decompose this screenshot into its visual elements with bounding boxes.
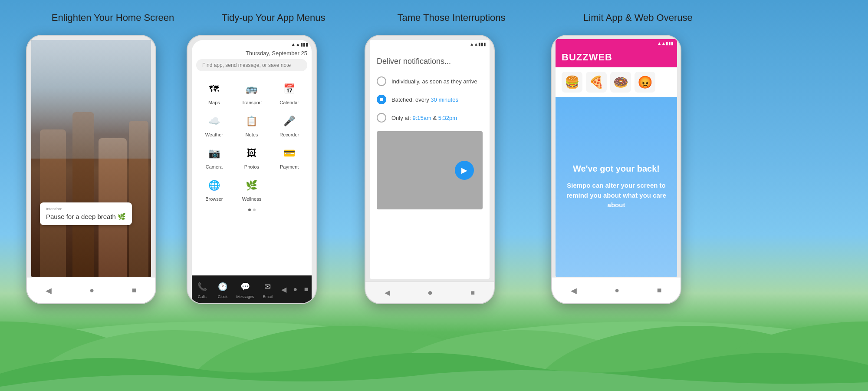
home-button-2[interactable]: ● [293, 285, 298, 293]
play-button[interactable]: ▶ [455, 161, 474, 180]
calls-label: Calls [198, 295, 207, 299]
app-item-recorder[interactable]: 🎤 Recorder [274, 112, 305, 137]
weather-label: Weather [205, 132, 223, 137]
phone-1-nav: ◀ ● ■ [27, 277, 155, 303]
app-item-maps[interactable]: 🗺 Maps [199, 80, 230, 105]
phone-4-body: ▲▲▮▮▮ BUZZWEB 🍔 🍕 🍩 😡 We've got your bac… [551, 35, 681, 304]
time-2: 5:32pm [438, 115, 457, 121]
photos-icon: 🖼 [243, 144, 261, 162]
recorder-icon: 🎤 [280, 112, 299, 130]
messages-icon: 💬 [238, 280, 252, 294]
app-item-browser[interactable]: 🌐 Browser [199, 176, 230, 202]
messages-label: Messages [236, 295, 254, 299]
section-title-4: Limit App & Web Overuse [551, 12, 725, 23]
recents-button[interactable]: ■ [132, 286, 137, 295]
section-title-1: Enlighten Your Home Screen [26, 12, 200, 23]
weather-icon: ☁️ [205, 112, 223, 130]
wellness-label: Wellness [242, 196, 261, 202]
batched-highlight: 30 minutes [431, 96, 458, 103]
dock-calls[interactable]: 📞 Calls [195, 280, 209, 299]
phone-2-screen: ▲▲▮▮▮ Thursday, September 25 🗺 Maps 🚌 Tr… [192, 40, 312, 303]
back-button[interactable]: ◀ [46, 286, 52, 295]
emoji-bar: 🍔 🍕 🍩 😡 [556, 67, 677, 97]
dock-email[interactable]: ✉ Email [261, 280, 275, 299]
emoji-angry: 😡 [635, 72, 655, 93]
payment-label: Payment [280, 164, 299, 169]
app-item-payment[interactable]: 💳 Payment [274, 144, 305, 169]
status-bar-4: ▲▲▮▮▮ [556, 39, 677, 47]
phone-3-screen: ▲▲▮▮▮ Deliver notifications... Individua… [370, 40, 490, 279]
back-button-4[interactable]: ◀ [571, 286, 577, 295]
status-bar-3: ▲▲▮▮▮ [370, 40, 490, 48]
radio-option-2[interactable]: Batched, every 30 minutes [377, 95, 483, 104]
radio-option-3[interactable]: Only at: 9:15am & 5:32pm [377, 113, 483, 123]
promo-area: We've got your back! Siempo can alter yo… [556, 97, 677, 277]
camera-label: Camera [206, 164, 223, 169]
phone-4-nav: ◀ ● ■ [552, 277, 681, 303]
section-title-3: Tame Those Interruptions [365, 12, 538, 23]
section-title-2: Tidy-up Your App Menus [187, 12, 360, 23]
wellness-icon: 🌿 [243, 176, 261, 195]
phone-3-body: ▲▲▮▮▮ Deliver notifications... Individua… [365, 35, 495, 304]
phone-1-body: Intention: Pause for a deep breath 🌿 ◀ ●… [26, 35, 156, 304]
app-item-camera[interactable]: 📷 Camera [199, 144, 230, 169]
app-item-weather[interactable]: ☁️ Weather [199, 112, 230, 137]
phone-4-content: ▲▲▮▮▮ BUZZWEB 🍔 🍕 🍩 😡 We've got your bac… [556, 39, 677, 277]
intention-text: Pause for a deep breath 🌿 [46, 213, 126, 220]
home-button-4[interactable]: ● [615, 286, 619, 295]
notification-panel: Deliver notifications... Individually, a… [370, 48, 490, 218]
photos-label: Photos [244, 164, 259, 169]
maps-icon: 🗺 [205, 80, 223, 98]
calendar-icon: 📅 [280, 80, 299, 98]
app-item-photos[interactable]: 🖼 Photos [237, 144, 267, 169]
notification-title: Deliver notifications... [377, 57, 483, 66]
radio-text-2: Batched, every 30 minutes [391, 96, 458, 103]
radio-text-1: Individually, as soon as they arrive [391, 78, 477, 85]
app-item-transport[interactable]: 🚌 Transport [237, 80, 267, 105]
recorder-label: Recorder [279, 132, 299, 137]
intention-card: Intention: Pause for a deep breath 🌿 [40, 202, 132, 225]
recents-button-2[interactable]: ■ [304, 285, 309, 293]
radio-circle-1[interactable] [377, 76, 386, 86]
search-input[interactable] [196, 59, 307, 71]
phone-4-screen: ▲▲▮▮▮ BUZZWEB 🍔 🍕 🍩 😡 We've got your bac… [556, 39, 677, 277]
emoji-burger: 🍔 [562, 72, 582, 93]
app-dock: 📞 Calls 🕐 Clock 💬 Messages ✉ Email ◀ ● [192, 275, 312, 303]
radio-circle-2[interactable] [377, 95, 386, 104]
phone-2: ▲▲▮▮▮ Thursday, September 25 🗺 Maps 🚌 Tr… [187, 35, 317, 304]
app-item-notes[interactable]: 📋 Notes [237, 112, 267, 137]
promo-sub-text: Siempo can alter your screen to remind y… [562, 181, 671, 210]
home-button[interactable]: ● [89, 286, 94, 295]
app-item-wellness[interactable]: 🌿 Wellness [237, 176, 267, 202]
notes-label: Notes [246, 132, 258, 137]
radio-circle-3[interactable] [377, 113, 386, 123]
browser-icon: 🌐 [205, 176, 223, 195]
phone-3: ▲▲▮▮▮ Deliver notifications... Individua… [365, 35, 495, 304]
radio-text-3: Only at: 9:15am & 5:32pm [391, 115, 457, 121]
dock-clock[interactable]: 🕐 Clock [216, 280, 230, 299]
payment-icon: 💳 [280, 144, 299, 162]
clock-icon: 🕐 [216, 280, 230, 294]
browser-label: Browser [205, 196, 223, 202]
notes-icon: 📋 [243, 112, 261, 130]
dot-1 [248, 209, 251, 211]
camera-icon: 📷 [205, 144, 223, 162]
transport-icon: 🚌 [243, 80, 261, 98]
radio-option-1[interactable]: Individually, as soon as they arrive [377, 76, 483, 86]
back-button-2[interactable]: ◀ [281, 285, 286, 294]
app-item-calendar[interactable]: 📅 Calendar [274, 80, 305, 105]
forest-image [31, 40, 151, 277]
buzzweb-header: BUZZWEB [556, 47, 677, 67]
back-button-3[interactable]: ◀ [385, 288, 390, 297]
dock-messages[interactable]: 💬 Messages [236, 280, 254, 299]
calls-icon: 📞 [195, 280, 209, 294]
email-icon: ✉ [261, 280, 275, 294]
status-icons: ▲▲▮▮▮ [291, 42, 308, 47]
clock-label: Clock [218, 295, 228, 299]
recents-button-4[interactable]: ■ [657, 286, 662, 295]
emoji-pizza: 🍕 [586, 72, 607, 93]
recents-button-3[interactable]: ■ [471, 289, 475, 297]
home-button-3[interactable]: ● [427, 288, 433, 298]
phone-4: ▲▲▮▮▮ BUZZWEB 🍔 🍕 🍩 😡 We've got your bac… [551, 35, 681, 304]
app-grid: 🗺 Maps 🚌 Transport 📅 Calendar ☁️ Weather… [192, 76, 312, 206]
